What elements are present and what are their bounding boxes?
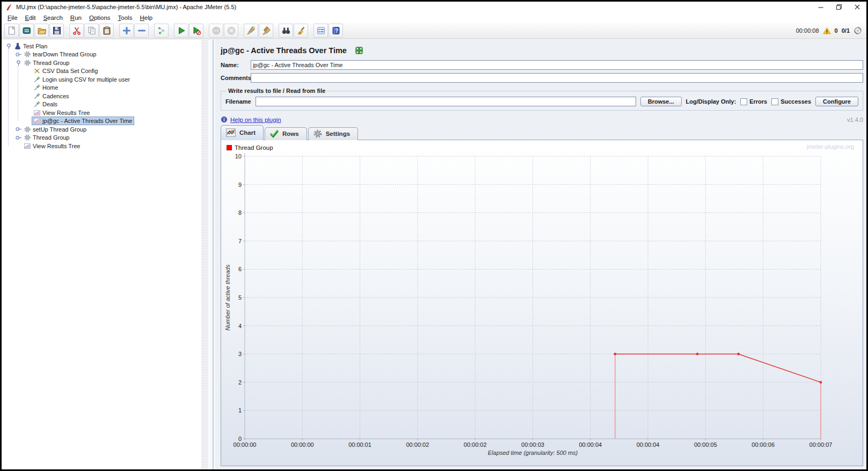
- menu-help[interactable]: Help: [136, 14, 156, 21]
- warning-count: 0: [835, 27, 838, 34]
- menu-tools[interactable]: Tools: [114, 14, 136, 21]
- sampler-icon: [33, 100, 41, 108]
- tree-node-csv-data-set-config[interactable]: CSV Data Set Config: [2, 67, 201, 76]
- comments-label: Comments:: [221, 75, 251, 81]
- tree-node-test-plan[interactable]: Test Plan: [2, 42, 201, 50]
- tree-node-body: CSV Data Set Config: [32, 67, 100, 75]
- svg-text:?: ?: [334, 28, 338, 34]
- new-file-button[interactable]: [4, 24, 19, 38]
- tree-node-thread-group[interactable]: Thread Group: [2, 59, 201, 67]
- menu-file[interactable]: File: [4, 14, 21, 21]
- restore-button[interactable]: [830, 2, 848, 12]
- toggle-button[interactable]: [154, 24, 169, 38]
- open-icon: [37, 26, 47, 35]
- clear-all-button[interactable]: [259, 24, 273, 38]
- tree-node-thread-group[interactable]: Thread Group: [2, 134, 201, 142]
- warning-icon[interactable]: [823, 27, 831, 35]
- tree-node-jp-gc-active-threads-over-time[interactable]: jp@gc - Active Threads Over Time: [2, 117, 201, 126]
- tree-handle-collapsed[interactable]: [14, 50, 22, 58]
- svg-text:00:00:07: 00:00:07: [809, 441, 833, 448]
- tree-node-setup-thread-group[interactable]: setUp Thread Group: [2, 125, 201, 134]
- tree-node-home[interactable]: Home: [2, 84, 201, 92]
- search-button[interactable]: [279, 24, 293, 38]
- help-plugin-link[interactable]: Help on this plugin: [230, 117, 281, 123]
- browse-button[interactable]: Browse...: [640, 97, 682, 106]
- copy-button[interactable]: [84, 24, 99, 38]
- tree-handle-none: [24, 100, 32, 108]
- minimize-button[interactable]: [812, 2, 830, 12]
- svg-text:00:00:04: 00:00:04: [579, 441, 602, 448]
- jmeter-window: MU.jmx (D:\apache-jmeter-5.5\apache-jmet…: [0, 0, 868, 471]
- tree-node-view-results-tree[interactable]: View Results Tree: [2, 142, 201, 150]
- configure-button[interactable]: Configure: [815, 97, 858, 106]
- tree-handle-expanded[interactable]: [14, 59, 22, 67]
- maximize-icon[interactable]: [355, 47, 363, 54]
- successes-checkbox[interactable]: [771, 98, 778, 105]
- close-button[interactable]: [848, 2, 866, 12]
- split-divider[interactable]: [208, 40, 215, 469]
- svg-text:4: 4: [238, 323, 242, 329]
- start-button[interactable]: [174, 24, 188, 38]
- tree-handle-collapsed[interactable]: [14, 134, 22, 141]
- menu-options[interactable]: Options: [85, 14, 114, 21]
- tree-node-view-results-tree[interactable]: View Results Tree: [2, 108, 201, 117]
- tree-node-deals[interactable]: Deals: [2, 100, 201, 109]
- tree-node-label: setUp Thread Group: [31, 126, 86, 133]
- tree-node-teardown-thread-group[interactable]: tearDown Thread Group: [2, 50, 201, 59]
- start-no-timers-button[interactable]: [189, 24, 203, 38]
- cut-button[interactable]: [69, 24, 84, 38]
- divider-line: [213, 40, 214, 469]
- tab-label: Rows: [282, 131, 299, 137]
- tree-handle-expanded[interactable]: [5, 42, 12, 50]
- tree-handle-none: [24, 117, 32, 125]
- toolbar-group: STOP: [209, 24, 239, 38]
- svg-text:3: 3: [238, 351, 242, 357]
- tab-bar: ChartRowsSettings: [221, 125, 863, 140]
- toggle-icon: [157, 26, 166, 35]
- log-display-only-label: Log/Display Only:: [686, 98, 736, 105]
- tab-rows[interactable]: Rows: [265, 127, 307, 140]
- thread-group-icon: [23, 59, 31, 67]
- tree-node-label: CSV Data Set Config: [41, 68, 98, 74]
- filename-input[interactable]: [256, 97, 636, 106]
- results-tree-icon: [33, 117, 41, 125]
- open-button[interactable]: [34, 24, 49, 38]
- tree-handle-none: [14, 142, 22, 150]
- svg-text:STOP: STOP: [213, 30, 219, 32]
- svg-text:00:00:05: 00:00:05: [694, 441, 717, 448]
- templates-button[interactable]: [19, 24, 34, 38]
- save-button[interactable]: [49, 24, 64, 38]
- tree-node-cadences[interactable]: Cadences: [2, 92, 201, 100]
- tab-chart[interactable]: Chart: [221, 125, 264, 140]
- clear-button[interactable]: [244, 24, 258, 38]
- toolbar-group: [4, 24, 64, 38]
- tree-node-label: View Results Tree: [31, 143, 80, 149]
- svg-text:00:00:06: 00:00:06: [752, 441, 775, 448]
- page-title: jp@gc - Active Threads Over Time: [221, 46, 347, 55]
- comments-input[interactable]: [251, 73, 863, 83]
- tree-node-body: View Results Tree: [32, 108, 92, 117]
- function-helper-button[interactable]: [313, 24, 328, 38]
- svg-text:6: 6: [238, 266, 242, 272]
- tree-handle-none: [24, 84, 32, 91]
- collapse-all-button[interactable]: [134, 24, 149, 38]
- menu-edit[interactable]: Edit: [21, 14, 40, 21]
- menu-run[interactable]: Run: [67, 14, 85, 21]
- help-button[interactable]: ?: [329, 24, 343, 38]
- tab-settings[interactable]: Settings: [308, 127, 358, 140]
- errors-checkbox[interactable]: [740, 98, 747, 105]
- tree-node-login-using-csv-for-multiple-user[interactable]: Login using CSV for multiple user: [2, 75, 201, 84]
- paste-button[interactable]: [99, 24, 114, 38]
- name-input[interactable]: [251, 60, 863, 70]
- expand-all-button[interactable]: [119, 24, 134, 38]
- tree-scrollbar[interactable]: [201, 40, 208, 469]
- svg-text:00:00:00: 00:00:00: [291, 441, 314, 448]
- stop-icon: STOP: [211, 26, 221, 35]
- main-area: Test PlantearDown Thread GroupThread Gro…: [2, 40, 866, 469]
- shutdown-button[interactable]: [224, 24, 238, 38]
- stop-button[interactable]: STOP: [209, 24, 223, 38]
- tree-handle-collapsed[interactable]: [14, 126, 22, 133]
- menu-search[interactable]: Search: [39, 14, 66, 21]
- search-reset-button[interactable]: [294, 24, 308, 38]
- toolbar-group: [69, 24, 114, 38]
